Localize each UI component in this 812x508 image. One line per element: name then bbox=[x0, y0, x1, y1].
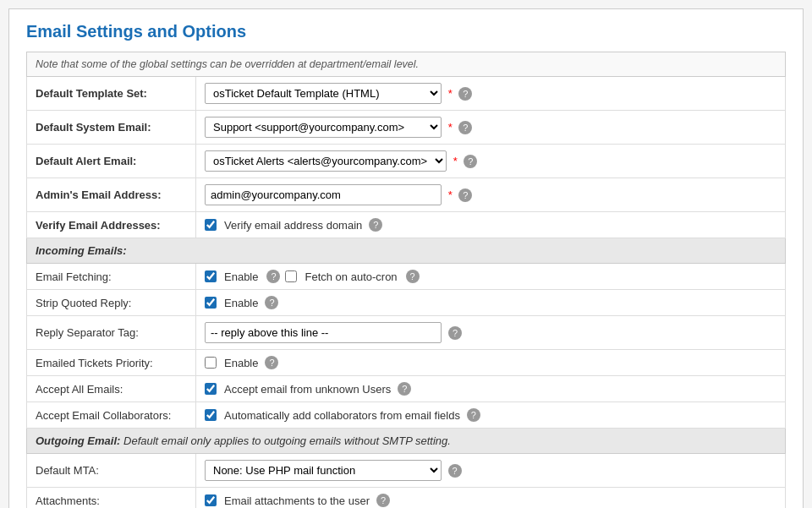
reply-separator-value-cell: ? bbox=[196, 316, 786, 350]
help-icon-verify-email[interactable]: ? bbox=[369, 218, 382, 232]
help-icon-default-mta[interactable]: ? bbox=[448, 464, 462, 478]
admin-email-input[interactable] bbox=[205, 184, 442, 205]
strip-quoted-checkbox[interactable] bbox=[205, 297, 217, 309]
admin-email-label: Admin's Email Address: bbox=[27, 178, 196, 212]
help-icon-emailed-priority[interactable]: ? bbox=[265, 356, 278, 369]
page-title: Email Settings and Options bbox=[26, 22, 786, 41]
accept-all-checkbox[interactable] bbox=[205, 383, 217, 395]
attachments-checkbox-label: Email attachments to the user bbox=[224, 494, 370, 507]
accept-all-row: Accept All Emails: Accept email from unk… bbox=[27, 376, 786, 402]
default-alert-email-row: Default Alert Email: osTicket Alerts <al… bbox=[27, 145, 786, 178]
default-alert-email-value-cell: osTicket Alerts <alerts@yourcompany.com>… bbox=[196, 145, 786, 178]
verify-email-label: Verify Email Addresses: bbox=[27, 212, 196, 238]
verify-email-row: Verify Email Addresses: Verify email add… bbox=[27, 212, 786, 238]
outgoing-section-title: Outgoing Email bbox=[36, 434, 117, 447]
accept-collaborators-checkbox-label: Automatically add collaborators from ema… bbox=[224, 409, 460, 422]
outgoing-section-header: Outgoing Email: Default email only appli… bbox=[27, 429, 786, 454]
incoming-section-label: Incoming Emails: bbox=[27, 238, 786, 264]
incoming-section-header: Incoming Emails: bbox=[27, 238, 786, 264]
emailed-priority-label: Emailed Tickets Priority: bbox=[27, 350, 196, 376]
required-star-system-email: * bbox=[448, 121, 453, 134]
emailed-priority-value-cell: Enable ? bbox=[196, 350, 786, 376]
reply-separator-label: Reply Separator Tag: bbox=[27, 316, 196, 350]
attachments-value-cell: Email attachments to the user ? bbox=[196, 488, 786, 509]
verify-email-checkbox-label: Verify email address domain bbox=[224, 219, 362, 232]
attachments-row: Attachments: Email attachments to the us… bbox=[27, 488, 786, 509]
emailed-priority-checkbox[interactable] bbox=[205, 357, 217, 369]
strip-quoted-label: Strip Quoted Reply: bbox=[27, 290, 196, 316]
email-fetching-value-cell: Enable ? Fetch on auto-cron ? bbox=[196, 264, 786, 290]
admin-email-value-cell: * ? bbox=[196, 178, 786, 212]
accept-collaborators-row: Accept Email Collaborators: Automaticall… bbox=[27, 402, 786, 429]
help-icon-admin-email[interactable]: ? bbox=[458, 188, 472, 202]
email-fetching-enable-label: Enable bbox=[224, 270, 258, 283]
accept-all-label: Accept All Emails: bbox=[27, 376, 196, 402]
email-fetching-autocron-checkbox[interactable] bbox=[285, 270, 297, 282]
accept-all-checkbox-label: Accept email from unknown Users bbox=[224, 383, 391, 396]
email-fetching-enable-checkbox[interactable] bbox=[205, 270, 217, 282]
attachments-checkbox[interactable] bbox=[205, 494, 217, 506]
default-mta-select[interactable]: None: Use PHP mail function bbox=[205, 460, 442, 481]
admin-email-row: Admin's Email Address: * ? bbox=[27, 178, 786, 212]
email-fetching-row: Email Fetching: Enable ? Fetch on auto-c… bbox=[27, 264, 786, 290]
default-alert-email-select[interactable]: osTicket Alerts <alerts@yourcompany.com> bbox=[205, 150, 447, 172]
default-template-select[interactable]: osTicket Default Template (HTML) bbox=[205, 83, 442, 104]
strip-quoted-value-cell: Enable ? bbox=[196, 290, 786, 316]
verify-email-checkbox[interactable] bbox=[205, 219, 217, 231]
strip-quoted-row: Strip Quoted Reply: Enable ? bbox=[27, 290, 786, 316]
note-text: Note that some of the global settings ca… bbox=[27, 52, 786, 77]
default-template-row: Default Template Set: osTicket Default T… bbox=[27, 77, 786, 111]
accept-collaborators-checkbox[interactable] bbox=[205, 409, 217, 421]
default-system-email-select[interactable]: Support <support@yourcompany.com> bbox=[205, 117, 442, 138]
accept-all-value-cell: Accept email from unknown Users ? bbox=[196, 376, 786, 402]
help-icon-attachments[interactable]: ? bbox=[376, 494, 390, 507]
help-icon-system-email[interactable]: ? bbox=[458, 121, 472, 134]
help-icon-reply-separator[interactable]: ? bbox=[448, 326, 462, 340]
help-icon-template[interactable]: ? bbox=[458, 87, 472, 101]
default-template-label: Default Template Set: bbox=[27, 77, 196, 111]
incoming-section-title: Incoming Emails: bbox=[36, 244, 127, 257]
help-icon-fetching[interactable]: ? bbox=[266, 270, 280, 283]
verify-email-value-cell: Verify email address domain ? bbox=[196, 212, 786, 238]
default-mta-label: Default MTA: bbox=[27, 454, 196, 488]
help-icon-autocron[interactable]: ? bbox=[406, 270, 420, 283]
help-icon-accept-all[interactable]: ? bbox=[398, 382, 411, 396]
default-template-value-cell: osTicket Default Template (HTML) * ? bbox=[196, 77, 786, 111]
required-star-template: * bbox=[448, 87, 453, 100]
default-alert-email-label: Default Alert Email: bbox=[27, 145, 196, 178]
attachments-label: Attachments: bbox=[27, 488, 196, 509]
accept-collaborators-value-cell: Automatically add collaborators from ema… bbox=[196, 402, 786, 429]
email-fetching-autocron-label: Fetch on auto-cron bbox=[304, 270, 397, 283]
email-fetching-label: Email Fetching: bbox=[27, 264, 196, 290]
strip-quoted-enable-label: Enable bbox=[224, 297, 258, 309]
required-star-alert-email: * bbox=[453, 155, 458, 167]
help-icon-alert-email[interactable]: ? bbox=[464, 155, 477, 168]
default-mta-value-cell: None: Use PHP mail function ? bbox=[196, 454, 786, 488]
emailed-priority-row: Emailed Tickets Priority: Enable ? bbox=[27, 350, 786, 376]
help-icon-collaborators[interactable]: ? bbox=[467, 408, 480, 422]
required-star-admin-email: * bbox=[448, 188, 453, 201]
default-system-email-label: Default System Email: bbox=[27, 111, 196, 145]
emailed-priority-enable-label: Enable bbox=[224, 357, 258, 369]
default-mta-row: Default MTA: None: Use PHP mail function… bbox=[27, 454, 786, 488]
default-system-email-row: Default System Email: Support <support@y… bbox=[27, 111, 786, 145]
outgoing-section-label: Outgoing Email: Default email only appli… bbox=[27, 429, 786, 454]
default-system-email-value-cell: Support <support@yourcompany.com> * ? bbox=[196, 111, 786, 145]
outgoing-section-desc: Default email only applies to outgoing e… bbox=[123, 434, 451, 447]
reply-separator-input[interactable] bbox=[205, 322, 442, 343]
note-row: Note that some of the global settings ca… bbox=[27, 52, 786, 77]
help-icon-strip-quoted[interactable]: ? bbox=[265, 296, 278, 309]
reply-separator-row: Reply Separator Tag: ? bbox=[27, 316, 786, 350]
accept-collaborators-label: Accept Email Collaborators: bbox=[27, 402, 196, 429]
